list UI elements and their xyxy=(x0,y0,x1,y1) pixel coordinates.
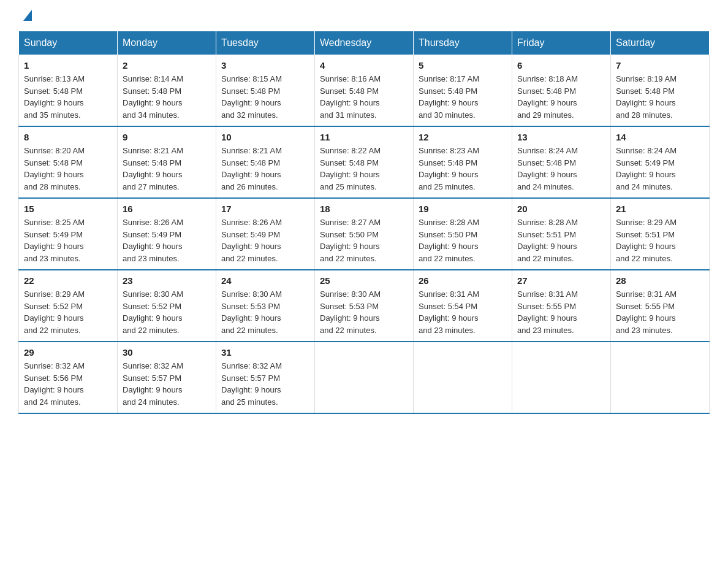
calendar-cell: 6 Sunrise: 8:18 AM Sunset: 5:48 PM Dayli… xyxy=(512,55,611,127)
calendar-cell xyxy=(611,342,710,413)
calendar-cell: 20 Sunrise: 8:28 AM Sunset: 5:51 PM Dayl… xyxy=(512,198,611,270)
day-number: 26 xyxy=(419,275,507,286)
weekday-header-monday: Monday xyxy=(118,31,216,55)
day-info: Sunrise: 8:26 AM Sunset: 5:49 PM Dayligh… xyxy=(221,216,309,264)
day-info: Sunrise: 8:26 AM Sunset: 5:49 PM Dayligh… xyxy=(123,216,211,264)
calendar-cell xyxy=(315,342,414,413)
day-info: Sunrise: 8:17 AM Sunset: 5:48 PM Dayligh… xyxy=(419,73,507,121)
calendar-week-row: 8 Sunrise: 8:20 AM Sunset: 5:48 PM Dayli… xyxy=(19,126,710,198)
calendar-cell: 11 Sunrise: 8:22 AM Sunset: 5:48 PM Dayl… xyxy=(315,126,414,198)
logo xyxy=(18,12,32,21)
calendar-week-row: 29 Sunrise: 8:32 AM Sunset: 5:56 PM Dayl… xyxy=(19,342,710,413)
day-info: Sunrise: 8:27 AM Sunset: 5:50 PM Dayligh… xyxy=(320,216,408,264)
day-number: 17 xyxy=(221,204,309,214)
day-number: 24 xyxy=(221,275,309,286)
day-info: Sunrise: 8:19 AM Sunset: 5:48 PM Dayligh… xyxy=(616,73,704,121)
day-info: Sunrise: 8:23 AM Sunset: 5:48 PM Dayligh… xyxy=(419,145,507,193)
calendar-cell: 24 Sunrise: 8:30 AM Sunset: 5:53 PM Dayl… xyxy=(216,270,315,342)
day-info: Sunrise: 8:32 AM Sunset: 5:57 PM Dayligh… xyxy=(123,360,211,408)
day-info: Sunrise: 8:14 AM Sunset: 5:48 PM Dayligh… xyxy=(123,73,211,121)
day-info: Sunrise: 8:28 AM Sunset: 5:51 PM Dayligh… xyxy=(517,216,605,264)
calendar-cell: 26 Sunrise: 8:31 AM Sunset: 5:54 PM Dayl… xyxy=(414,270,512,342)
day-info: Sunrise: 8:16 AM Sunset: 5:48 PM Dayligh… xyxy=(320,73,408,121)
day-number: 23 xyxy=(123,275,211,286)
day-info: Sunrise: 8:22 AM Sunset: 5:48 PM Dayligh… xyxy=(320,145,408,193)
day-number: 25 xyxy=(320,275,408,286)
calendar-cell: 9 Sunrise: 8:21 AM Sunset: 5:48 PM Dayli… xyxy=(118,126,216,198)
day-info: Sunrise: 8:25 AM Sunset: 5:49 PM Dayligh… xyxy=(24,216,112,264)
calendar-cell: 7 Sunrise: 8:19 AM Sunset: 5:48 PM Dayli… xyxy=(611,55,710,127)
day-number: 22 xyxy=(24,275,112,286)
day-number: 9 xyxy=(123,132,211,142)
day-info: Sunrise: 8:18 AM Sunset: 5:48 PM Dayligh… xyxy=(517,73,605,121)
day-info: Sunrise: 8:15 AM Sunset: 5:48 PM Dayligh… xyxy=(221,73,309,121)
calendar-cell: 19 Sunrise: 8:28 AM Sunset: 5:50 PM Dayl… xyxy=(414,198,512,270)
calendar-cell: 8 Sunrise: 8:20 AM Sunset: 5:48 PM Dayli… xyxy=(19,126,118,198)
weekday-header-thursday: Thursday xyxy=(414,31,512,55)
day-number: 28 xyxy=(616,275,704,286)
day-info: Sunrise: 8:24 AM Sunset: 5:48 PM Dayligh… xyxy=(517,145,605,193)
day-number: 15 xyxy=(24,204,112,214)
day-number: 20 xyxy=(517,204,605,214)
day-info: Sunrise: 8:29 AM Sunset: 5:51 PM Dayligh… xyxy=(616,216,704,264)
calendar-cell: 22 Sunrise: 8:29 AM Sunset: 5:52 PM Dayl… xyxy=(19,270,118,342)
day-info: Sunrise: 8:28 AM Sunset: 5:50 PM Dayligh… xyxy=(419,216,507,264)
day-info: Sunrise: 8:21 AM Sunset: 5:48 PM Dayligh… xyxy=(123,145,211,193)
day-number: 18 xyxy=(320,204,408,214)
calendar-table: SundayMondayTuesdayWednesdayThursdayFrid… xyxy=(18,31,710,414)
weekday-header-sunday: Sunday xyxy=(19,31,118,55)
day-info: Sunrise: 8:31 AM Sunset: 5:54 PM Dayligh… xyxy=(419,288,507,336)
day-number: 3 xyxy=(221,60,309,71)
calendar-cell: 2 Sunrise: 8:14 AM Sunset: 5:48 PM Dayli… xyxy=(118,55,216,127)
day-number: 4 xyxy=(320,60,408,71)
calendar-week-row: 22 Sunrise: 8:29 AM Sunset: 5:52 PM Dayl… xyxy=(19,270,710,342)
day-number: 2 xyxy=(123,60,211,71)
calendar-cell: 14 Sunrise: 8:24 AM Sunset: 5:49 PM Dayl… xyxy=(611,126,710,198)
calendar-cell: 1 Sunrise: 8:13 AM Sunset: 5:48 PM Dayli… xyxy=(19,55,118,127)
calendar-cell: 5 Sunrise: 8:17 AM Sunset: 5:48 PM Dayli… xyxy=(414,55,512,127)
calendar-cell: 15 Sunrise: 8:25 AM Sunset: 5:49 PM Dayl… xyxy=(19,198,118,270)
page-header xyxy=(18,12,710,21)
calendar-cell: 30 Sunrise: 8:32 AM Sunset: 5:57 PM Dayl… xyxy=(118,342,216,413)
day-number: 5 xyxy=(419,60,507,71)
day-number: 7 xyxy=(616,60,704,71)
calendar-week-row: 1 Sunrise: 8:13 AM Sunset: 5:48 PM Dayli… xyxy=(19,55,710,127)
day-number: 19 xyxy=(419,204,507,214)
day-number: 29 xyxy=(24,347,112,358)
day-info: Sunrise: 8:30 AM Sunset: 5:52 PM Dayligh… xyxy=(123,288,211,336)
calendar-cell: 17 Sunrise: 8:26 AM Sunset: 5:49 PM Dayl… xyxy=(216,198,315,270)
calendar-cell: 25 Sunrise: 8:30 AM Sunset: 5:53 PM Dayl… xyxy=(315,270,414,342)
day-number: 31 xyxy=(221,347,309,358)
day-info: Sunrise: 8:24 AM Sunset: 5:49 PM Dayligh… xyxy=(616,145,704,193)
calendar-cell: 3 Sunrise: 8:15 AM Sunset: 5:48 PM Dayli… xyxy=(216,55,315,127)
weekday-header-wednesday: Wednesday xyxy=(315,31,414,55)
day-info: Sunrise: 8:31 AM Sunset: 5:55 PM Dayligh… xyxy=(616,288,704,336)
day-info: Sunrise: 8:30 AM Sunset: 5:53 PM Dayligh… xyxy=(221,288,309,336)
calendar-cell: 31 Sunrise: 8:32 AM Sunset: 5:57 PM Dayl… xyxy=(216,342,315,413)
weekday-header-friday: Friday xyxy=(512,31,611,55)
day-number: 14 xyxy=(616,132,704,142)
day-number: 13 xyxy=(517,132,605,142)
calendar-cell: 10 Sunrise: 8:21 AM Sunset: 5:48 PM Dayl… xyxy=(216,126,315,198)
day-info: Sunrise: 8:13 AM Sunset: 5:48 PM Dayligh… xyxy=(24,73,112,121)
day-number: 10 xyxy=(221,132,309,142)
day-info: Sunrise: 8:29 AM Sunset: 5:52 PM Dayligh… xyxy=(24,288,112,336)
day-number: 30 xyxy=(123,347,211,358)
weekday-header-tuesday: Tuesday xyxy=(216,31,315,55)
calendar-cell: 18 Sunrise: 8:27 AM Sunset: 5:50 PM Dayl… xyxy=(315,198,414,270)
calendar-cell: 4 Sunrise: 8:16 AM Sunset: 5:48 PM Dayli… xyxy=(315,55,414,127)
weekday-header-saturday: Saturday xyxy=(611,31,710,55)
day-number: 27 xyxy=(517,275,605,286)
weekday-header-row: SundayMondayTuesdayWednesdayThursdayFrid… xyxy=(19,31,710,55)
day-info: Sunrise: 8:21 AM Sunset: 5:48 PM Dayligh… xyxy=(221,145,309,193)
day-info: Sunrise: 8:32 AM Sunset: 5:56 PM Dayligh… xyxy=(24,360,112,408)
calendar-cell: 27 Sunrise: 8:31 AM Sunset: 5:55 PM Dayl… xyxy=(512,270,611,342)
calendar-cell xyxy=(414,342,512,413)
calendar-cell: 29 Sunrise: 8:32 AM Sunset: 5:56 PM Dayl… xyxy=(19,342,118,413)
day-number: 16 xyxy=(123,204,211,214)
day-number: 11 xyxy=(320,132,408,142)
calendar-cell: 28 Sunrise: 8:31 AM Sunset: 5:55 PM Dayl… xyxy=(611,270,710,342)
day-info: Sunrise: 8:32 AM Sunset: 5:57 PM Dayligh… xyxy=(221,360,309,408)
calendar-cell: 21 Sunrise: 8:29 AM Sunset: 5:51 PM Dayl… xyxy=(611,198,710,270)
day-info: Sunrise: 8:20 AM Sunset: 5:48 PM Dayligh… xyxy=(24,145,112,193)
